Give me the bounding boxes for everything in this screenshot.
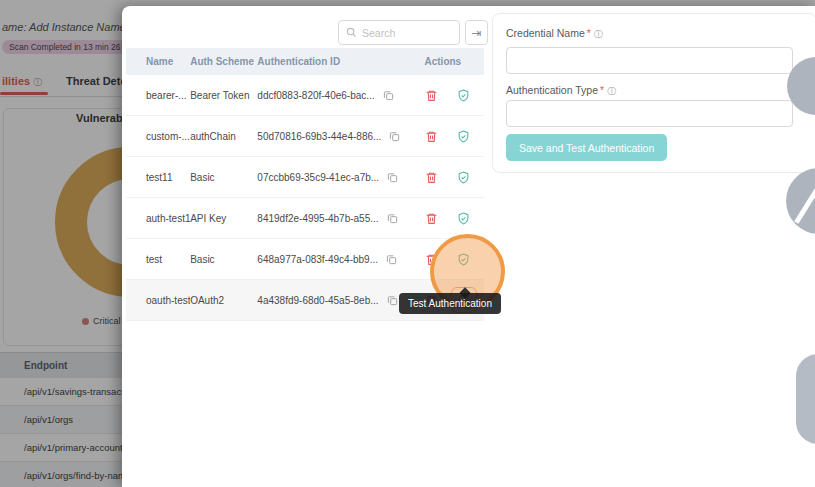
auth-id-text: ddcf0883-820f-40e6-bac... bbox=[257, 90, 374, 101]
actions-cell bbox=[421, 164, 485, 190]
auth-id-text: 8419df2e-4995-4b7b-a55... bbox=[257, 213, 378, 224]
copy-icon[interactable] bbox=[389, 131, 400, 142]
credential-name-cell: oauth-test bbox=[146, 295, 190, 306]
credentials-table-row[interactable]: custom-... authChain 50d70816-69b3-44e4-… bbox=[126, 116, 484, 157]
auth-scheme-cell: Basic bbox=[190, 172, 257, 183]
auth-scheme-cell: Basic bbox=[190, 254, 257, 265]
auth-id-cell: ddcf0883-820f-40e6-bac... bbox=[257, 90, 420, 101]
auth-id-text: 07ccbb69-35c9-41ec-a7b... bbox=[257, 172, 379, 183]
credentials-table-row[interactable]: test11 Basic 07ccbb69-35c9-41ec-a7b... bbox=[126, 157, 484, 198]
column-header-name: Name bbox=[146, 56, 190, 67]
copy-icon[interactable] bbox=[387, 213, 398, 224]
auth-id-text: 648a977a-083f-49c4-bb9... bbox=[257, 254, 378, 265]
search-input-wrapper bbox=[338, 20, 460, 45]
authentication-type-field[interactable] bbox=[506, 100, 793, 127]
credential-name-cell: test11 bbox=[146, 172, 190, 183]
auth-id-cell: 50d70816-69b3-44e4-886... bbox=[257, 131, 420, 142]
test-authentication-button[interactable] bbox=[451, 82, 477, 108]
credential-name-cell: auth-test1 bbox=[146, 213, 190, 224]
delete-icon[interactable] bbox=[425, 212, 438, 225]
auth-id-cell: 07ccbb69-35c9-41ec-a7b... bbox=[257, 172, 420, 183]
auth-id-cell: 8419df2e-4995-4b7b-a55... bbox=[257, 213, 420, 224]
shield-check-icon bbox=[457, 171, 470, 184]
credentials-table-row[interactable]: bearer-... Bearer Token ddcf0883-820f-40… bbox=[126, 75, 484, 116]
actions-cell bbox=[421, 205, 485, 231]
search-icon bbox=[346, 27, 357, 38]
auth-id-cell: 648a977a-083f-49c4-bb9... bbox=[257, 254, 420, 265]
overlay-pill-bottom bbox=[796, 354, 815, 444]
credential-name-label: Credential Name*ⓘ bbox=[506, 27, 603, 41]
copy-icon[interactable] bbox=[386, 254, 397, 265]
delete-icon[interactable] bbox=[425, 130, 438, 143]
auth-id-text: 4a438fd9-68d0-45a5-8eb... bbox=[257, 295, 378, 306]
credentials-table-header: Name Auth Scheme Authentication ID Actio… bbox=[126, 48, 484, 75]
auth-scheme-cell: OAuth2 bbox=[190, 295, 257, 306]
copy-icon[interactable] bbox=[387, 295, 398, 306]
search-input[interactable] bbox=[362, 27, 452, 39]
auth-scheme-cell: authChain bbox=[190, 131, 257, 142]
delete-icon[interactable] bbox=[425, 171, 438, 184]
column-header-auth-scheme: Auth Scheme bbox=[190, 56, 257, 67]
credential-name-cell: test bbox=[146, 254, 190, 265]
authentication-modal: ⇥ Name Auth Scheme Authentication ID Act… bbox=[122, 6, 815, 487]
shield-check-icon bbox=[457, 130, 470, 143]
auth-id-cell: 4a438fd9-68d0-45a5-8eb... bbox=[257, 295, 420, 306]
column-header-authentication-id: Authentication ID bbox=[257, 56, 420, 67]
shield-check-icon bbox=[457, 89, 470, 102]
credential-name-label-text: Credential Name bbox=[506, 27, 585, 39]
required-mark: * bbox=[587, 27, 591, 39]
tooltip: Test Authentication bbox=[399, 293, 501, 314]
test-authentication-button[interactable] bbox=[451, 164, 477, 190]
credential-name-field[interactable] bbox=[506, 47, 793, 74]
collapse-panel-button[interactable]: ⇥ bbox=[465, 20, 488, 45]
column-header-actions: Actions bbox=[421, 56, 485, 67]
authentication-type-label-text: Authentication Type bbox=[506, 84, 598, 96]
copy-icon[interactable] bbox=[383, 90, 394, 101]
credential-form-card: Credential Name*ⓘ Authentication Type*ⓘ … bbox=[492, 13, 815, 173]
test-authentication-button[interactable] bbox=[451, 205, 477, 231]
auth-scheme-cell: API Key bbox=[190, 213, 257, 224]
info-icon: ⓘ bbox=[607, 86, 616, 96]
authentication-type-label: Authentication Type*ⓘ bbox=[506, 84, 616, 98]
actions-cell bbox=[421, 123, 485, 149]
info-icon: ⓘ bbox=[594, 29, 603, 39]
copy-icon[interactable] bbox=[387, 172, 398, 183]
credentials-table-row[interactable]: auth-test1 API Key 8419df2e-4995-4b7b-a5… bbox=[126, 198, 484, 239]
screen: ame: Add Instance Name✎ Scan Completed i… bbox=[0, 0, 815, 487]
shield-check-icon bbox=[457, 212, 470, 225]
credential-name-cell: bearer-... bbox=[146, 90, 190, 101]
auth-id-text: 50d70816-69b3-44e4-886... bbox=[257, 131, 381, 142]
credentials-table-body: bearer-... Bearer Token ddcf0883-820f-40… bbox=[126, 75, 484, 321]
required-mark: * bbox=[600, 84, 604, 96]
actions-cell bbox=[421, 82, 485, 108]
credential-name-cell: custom-... bbox=[146, 131, 190, 142]
save-and-test-authentication-button[interactable]: Save and Test Authentication bbox=[506, 134, 667, 161]
test-authentication-button[interactable] bbox=[451, 123, 477, 149]
delete-icon[interactable] bbox=[425, 89, 438, 102]
auth-scheme-cell: Bearer Token bbox=[190, 90, 257, 101]
